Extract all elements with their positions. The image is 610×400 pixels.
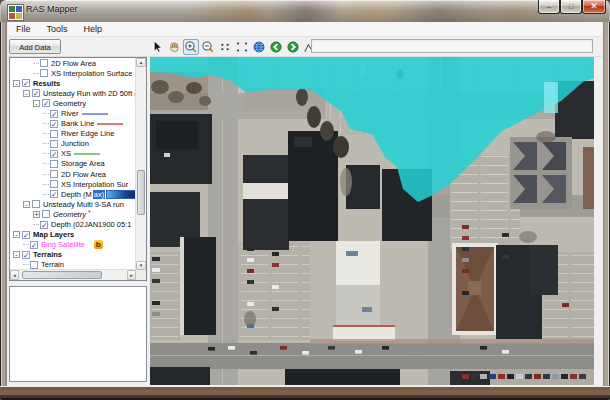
- tree-item-unsteady-multi-9-sa-run[interactable]: -Unsteady Multi 9-SA run: [10, 199, 136, 209]
- checkbox[interactable]: ✓: [30, 241, 38, 249]
- scroll-up-arrow-icon[interactable]: ▲: [136, 58, 146, 67]
- zoom-in-tool-button[interactable]: [183, 39, 199, 55]
- checkbox[interactable]: ✓: [50, 190, 58, 198]
- tree-item-label[interactable]: River: [60, 109, 80, 118]
- minimize-button[interactable]: –: [538, 0, 560, 14]
- close-button[interactable]: ✕: [582, 0, 606, 14]
- checkbox[interactable]: [40, 69, 48, 77]
- checkbox[interactable]: [40, 59, 48, 67]
- satellite-basemap: [150, 57, 594, 385]
- checkbox[interactable]: [50, 180, 58, 188]
- tree-item-label[interactable]: Bank Line: [60, 119, 95, 128]
- checkbox[interactable]: ✓: [50, 120, 58, 128]
- checkbox[interactable]: [50, 130, 58, 138]
- menu-tools[interactable]: Tools: [39, 22, 76, 36]
- checkbox[interactable]: ✓: [50, 150, 58, 158]
- checkbox[interactable]: [50, 160, 58, 168]
- checkbox[interactable]: [50, 140, 58, 148]
- tree-item-label[interactable]: Junction: [60, 139, 90, 148]
- collapse-icon[interactable]: -: [33, 100, 40, 107]
- zoom-extents-tool-button[interactable]: [234, 39, 250, 55]
- tree-item-bing-satellite[interactable]: ✓Bing Satelliteb: [10, 240, 136, 250]
- checkbox[interactable]: ✓: [50, 110, 58, 118]
- tree-item-label[interactable]: Depth (02JAN1900 05:1: [50, 220, 132, 229]
- collapse-icon[interactable]: -: [13, 231, 20, 238]
- tree-item-terrains[interactable]: -✓Terrains: [10, 250, 136, 260]
- tree-item-xs-interpolation-surface[interactable]: XS Interpolation Surface: [10, 68, 136, 78]
- checkbox[interactable]: ✓: [40, 221, 48, 229]
- zoom-out-tool-button[interactable]: [200, 39, 216, 55]
- tree-item-2d-flow-area[interactable]: 2D Flow Area: [10, 58, 136, 68]
- scroll-down-arrow-icon[interactable]: ▼: [136, 261, 146, 270]
- tree-item-label[interactable]: Geometry: [52, 99, 87, 108]
- tree-item-junction[interactable]: Junction: [10, 139, 136, 149]
- map-viewport[interactable]: [150, 57, 594, 385]
- select-tool-button[interactable]: [149, 39, 165, 55]
- expand-icon[interactable]: +: [33, 211, 40, 218]
- tree-item-label[interactable]: Storage Area: [60, 159, 106, 168]
- tree-item-label[interactable]: XS: [60, 149, 72, 158]
- checkbox[interactable]: ✓: [22, 251, 30, 259]
- tree-item-geometry[interactable]: +Geometry*: [10, 209, 136, 219]
- tree-item-label[interactable]: Unsteady Run with 2D 50ft (: [42, 89, 136, 98]
- collapse-icon[interactable]: -: [23, 201, 30, 208]
- maximize-button[interactable]: □: [560, 0, 582, 14]
- tree-item-label[interactable]: Bing Satellite: [40, 240, 86, 249]
- tree-item-label[interactable]: Map Layers: [32, 230, 75, 239]
- title-bar[interactable]: RAS Mapper – □ ✕: [0, 0, 610, 23]
- tree-item-label[interactable]: Terrains: [32, 250, 63, 259]
- tree-item-river-edge-line[interactable]: River Edge Line: [10, 129, 136, 139]
- menu-bar: FileToolsHelp: [8, 22, 602, 37]
- tree-item-label[interactable]: 2D Flow Area: [60, 170, 107, 179]
- tree-item-bank-line[interactable]: ✓Bank Line: [10, 119, 136, 129]
- selected-label-fragment: ax): [93, 190, 105, 199]
- scrollbar-corner: [136, 270, 146, 280]
- menu-help[interactable]: Help: [76, 22, 111, 36]
- tree-item-results[interactable]: -✓Results: [10, 78, 136, 88]
- tree-item-xs-interpolation-sur[interactable]: XS Interpolation Sur: [10, 179, 136, 189]
- tree-item-label[interactable]: XS Interpolation Surface: [50, 69, 133, 78]
- nav-forward-tool-button[interactable]: [285, 39, 301, 55]
- tree-item-unsteady-run-with-2d-50ft[interactable]: -✓Unsteady Run with 2D 50ft (: [10, 88, 136, 98]
- horizontal-scroll-thumb[interactable]: [22, 271, 102, 279]
- web-imagery-tool-button[interactable]: [251, 39, 267, 55]
- checkbox[interactable]: ✓: [22, 79, 30, 87]
- tree-vertical-scrollbar[interactable]: ▲ ▼: [135, 58, 146, 270]
- tree-item-storage-area[interactable]: Storage Area: [10, 159, 136, 169]
- checkbox[interactable]: [42, 210, 50, 218]
- tree-item-label[interactable]: Unsteady Multi 9-SA run: [42, 200, 125, 209]
- tree-item-depth-02jan1900-05-1[interactable]: ✓Depth (02JAN1900 05:1: [10, 220, 136, 230]
- add-data-button[interactable]: Add Data ...: [9, 39, 61, 54]
- tree-item-geometry[interactable]: -✓Geometry: [10, 98, 136, 108]
- tree-item-river[interactable]: ✓River: [10, 108, 136, 118]
- checkbox[interactable]: ✓: [32, 89, 40, 97]
- coordinate-display-field[interactable]: [311, 39, 593, 53]
- menu-file[interactable]: File: [8, 22, 39, 36]
- tree-item-label[interactable]: XS Interpolation Sur: [60, 180, 129, 189]
- tree-item-label[interactable]: River Edge Line: [60, 129, 115, 138]
- tree-guide-line: [43, 113, 49, 114]
- nav-back-tool-button[interactable]: [268, 39, 284, 55]
- tree-item-2d-flow-area[interactable]: 2D Flow Area: [10, 169, 136, 179]
- tree-item-depth-m[interactable]: ✓Depth (Max): [10, 189, 136, 199]
- checkbox[interactable]: ✓: [42, 99, 50, 107]
- collapse-icon[interactable]: -: [13, 251, 20, 258]
- scroll-right-arrow-icon[interactable]: ►: [127, 270, 136, 280]
- tree-item-label[interactable]: Depth (M: [60, 190, 93, 199]
- scroll-left-arrow-icon[interactable]: ◄: [10, 270, 19, 280]
- tree-item-label[interactable]: Results: [32, 79, 61, 88]
- vertical-scroll-thumb[interactable]: [137, 170, 145, 215]
- tree-item-map-layers[interactable]: -✓Map Layers: [10, 230, 136, 240]
- tree-item-xs[interactable]: ✓XS: [10, 149, 136, 159]
- checkbox[interactable]: [50, 170, 58, 178]
- tree-item-label[interactable]: 2D Flow Area: [50, 59, 97, 68]
- zoom-window-tool-button[interactable]: [217, 39, 233, 55]
- checkbox[interactable]: [32, 200, 40, 208]
- collapse-icon[interactable]: -: [23, 90, 30, 97]
- collapse-icon[interactable]: -: [13, 80, 20, 87]
- checkbox[interactable]: [30, 261, 38, 269]
- checkbox[interactable]: ✓: [22, 231, 30, 239]
- tree-item-label[interactable]: Geometry: [52, 210, 87, 219]
- pan-tool-button[interactable]: [166, 39, 182, 55]
- tree-horizontal-scrollbar[interactable]: ◄ ►: [10, 269, 136, 280]
